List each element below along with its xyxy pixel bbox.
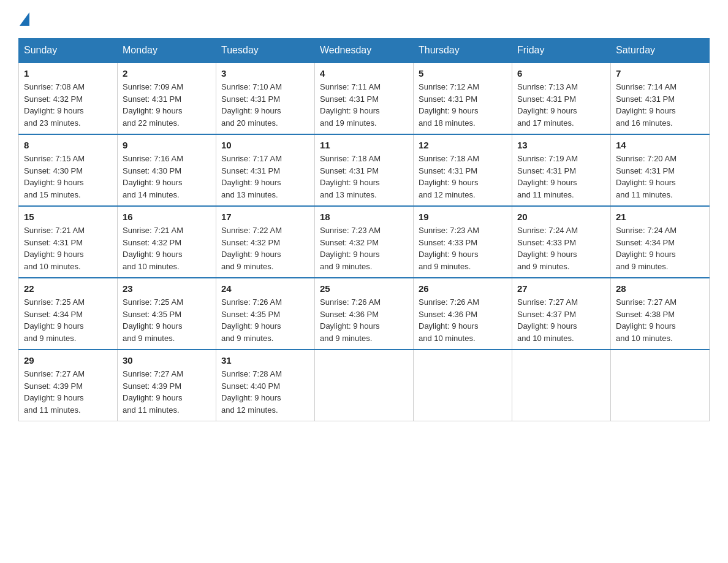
day-info: Sunrise: 7:10 AM Sunset: 4:31 PM Dayligh… (221, 81, 309, 129)
calendar-cell: 30 Sunrise: 7:27 AM Sunset: 4:39 PM Dayl… (118, 350, 216, 421)
day-info: Sunrise: 7:26 AM Sunset: 4:35 PM Dayligh… (221, 296, 309, 344)
calendar-cell: 4 Sunrise: 7:11 AM Sunset: 4:31 PM Dayli… (315, 63, 414, 134)
calendar-cell (414, 350, 512, 421)
calendar-cell: 28 Sunrise: 7:27 AM Sunset: 4:38 PM Dayl… (611, 278, 710, 350)
day-number: 11 (320, 140, 408, 150)
day-info: Sunrise: 7:21 AM Sunset: 4:31 PM Dayligh… (24, 224, 112, 272)
day-number: 3 (221, 68, 309, 79)
calendar-cell: 16 Sunrise: 7:21 AM Sunset: 4:32 PM Dayl… (118, 206, 216, 278)
calendar-cell: 20 Sunrise: 7:24 AM Sunset: 4:33 PM Dayl… (512, 206, 611, 278)
day-number: 15 (24, 212, 112, 222)
page-header (18, 12, 710, 26)
calendar-cell: 5 Sunrise: 7:12 AM Sunset: 4:31 PM Dayli… (414, 63, 512, 134)
day-number: 12 (419, 140, 507, 150)
calendar-cell: 18 Sunrise: 7:23 AM Sunset: 4:32 PM Dayl… (315, 206, 414, 278)
calendar-cell: 6 Sunrise: 7:13 AM Sunset: 4:31 PM Dayli… (512, 63, 611, 134)
day-info: Sunrise: 7:24 AM Sunset: 4:34 PM Dayligh… (616, 224, 704, 272)
day-number: 16 (123, 212, 211, 222)
column-header-saturday: Saturday (611, 39, 710, 63)
day-number: 30 (123, 355, 211, 366)
calendar-cell: 15 Sunrise: 7:21 AM Sunset: 4:31 PM Dayl… (19, 206, 118, 278)
day-info: Sunrise: 7:18 AM Sunset: 4:31 PM Dayligh… (419, 153, 507, 201)
day-number: 20 (517, 212, 605, 222)
calendar-cell: 2 Sunrise: 7:09 AM Sunset: 4:31 PM Dayli… (118, 63, 216, 134)
day-info: Sunrise: 7:16 AM Sunset: 4:30 PM Dayligh… (123, 153, 211, 201)
calendar-cell: 21 Sunrise: 7:24 AM Sunset: 4:34 PM Dayl… (611, 206, 710, 278)
day-number: 22 (24, 283, 112, 294)
day-number: 24 (221, 283, 309, 294)
day-info: Sunrise: 7:08 AM Sunset: 4:32 PM Dayligh… (24, 81, 112, 129)
day-number: 4 (320, 68, 408, 79)
day-info: Sunrise: 7:12 AM Sunset: 4:31 PM Dayligh… (419, 81, 507, 129)
day-info: Sunrise: 7:13 AM Sunset: 4:31 PM Dayligh… (517, 81, 605, 129)
calendar-cell: 24 Sunrise: 7:26 AM Sunset: 4:35 PM Dayl… (216, 278, 315, 350)
calendar-cell: 1 Sunrise: 7:08 AM Sunset: 4:32 PM Dayli… (19, 63, 118, 134)
column-header-thursday: Thursday (414, 39, 512, 63)
day-info: Sunrise: 7:18 AM Sunset: 4:31 PM Dayligh… (320, 153, 408, 201)
day-info: Sunrise: 7:27 AM Sunset: 4:39 PM Dayligh… (24, 368, 112, 416)
column-header-wednesday: Wednesday (315, 39, 414, 63)
calendar-week-row: 29 Sunrise: 7:27 AM Sunset: 4:39 PM Dayl… (19, 350, 710, 421)
calendar-cell (611, 350, 710, 421)
day-number: 10 (221, 140, 309, 150)
day-info: Sunrise: 7:19 AM Sunset: 4:31 PM Dayligh… (517, 153, 605, 201)
day-number: 14 (616, 140, 704, 150)
day-number: 21 (616, 212, 704, 222)
calendar-cell: 17 Sunrise: 7:22 AM Sunset: 4:32 PM Dayl… (216, 206, 315, 278)
day-number: 13 (517, 140, 605, 150)
day-number: 23 (123, 283, 211, 294)
day-info: Sunrise: 7:27 AM Sunset: 4:38 PM Dayligh… (616, 296, 704, 344)
day-info: Sunrise: 7:28 AM Sunset: 4:40 PM Dayligh… (221, 368, 309, 416)
day-number: 28 (616, 283, 704, 294)
calendar-cell: 9 Sunrise: 7:16 AM Sunset: 4:30 PM Dayli… (118, 134, 216, 206)
day-info: Sunrise: 7:27 AM Sunset: 4:39 PM Dayligh… (123, 368, 211, 416)
day-number: 17 (221, 212, 309, 222)
day-info: Sunrise: 7:09 AM Sunset: 4:31 PM Dayligh… (123, 81, 211, 129)
day-number: 6 (517, 68, 605, 79)
day-number: 25 (320, 283, 408, 294)
day-info: Sunrise: 7:23 AM Sunset: 4:32 PM Dayligh… (320, 224, 408, 272)
day-info: Sunrise: 7:11 AM Sunset: 4:31 PM Dayligh… (320, 81, 408, 129)
logo-triangle-icon (20, 12, 29, 26)
calendar-header-row: SundayMondayTuesdayWednesdayThursdayFrid… (19, 39, 710, 63)
day-number: 9 (123, 140, 211, 150)
calendar-week-row: 15 Sunrise: 7:21 AM Sunset: 4:31 PM Dayl… (19, 206, 710, 278)
calendar-cell: 12 Sunrise: 7:18 AM Sunset: 4:31 PM Dayl… (414, 134, 512, 206)
calendar-cell: 23 Sunrise: 7:25 AM Sunset: 4:35 PM Dayl… (118, 278, 216, 350)
calendar-cell: 22 Sunrise: 7:25 AM Sunset: 4:34 PM Dayl… (19, 278, 118, 350)
day-number: 19 (419, 212, 507, 222)
day-number: 8 (24, 140, 112, 150)
logo (18, 12, 31, 26)
column-header-sunday: Sunday (19, 39, 118, 63)
day-number: 7 (616, 68, 704, 79)
day-info: Sunrise: 7:15 AM Sunset: 4:30 PM Dayligh… (24, 153, 112, 201)
calendar-week-row: 8 Sunrise: 7:15 AM Sunset: 4:30 PM Dayli… (19, 134, 710, 206)
calendar-cell: 10 Sunrise: 7:17 AM Sunset: 4:31 PM Dayl… (216, 134, 315, 206)
calendar-cell: 3 Sunrise: 7:10 AM Sunset: 4:31 PM Dayli… (216, 63, 315, 134)
day-number: 2 (123, 68, 211, 79)
day-number: 5 (419, 68, 507, 79)
calendar-cell: 25 Sunrise: 7:26 AM Sunset: 4:36 PM Dayl… (315, 278, 414, 350)
day-number: 26 (419, 283, 507, 294)
day-number: 1 (24, 68, 112, 79)
calendar-week-row: 1 Sunrise: 7:08 AM Sunset: 4:32 PM Dayli… (19, 63, 710, 134)
calendar-week-row: 22 Sunrise: 7:25 AM Sunset: 4:34 PM Dayl… (19, 278, 710, 350)
calendar-cell: 29 Sunrise: 7:27 AM Sunset: 4:39 PM Dayl… (19, 350, 118, 421)
calendar-cell: 31 Sunrise: 7:28 AM Sunset: 4:40 PM Dayl… (216, 350, 315, 421)
calendar-cell: 19 Sunrise: 7:23 AM Sunset: 4:33 PM Dayl… (414, 206, 512, 278)
day-number: 31 (221, 355, 309, 366)
calendar-cell: 11 Sunrise: 7:18 AM Sunset: 4:31 PM Dayl… (315, 134, 414, 206)
day-info: Sunrise: 7:22 AM Sunset: 4:32 PM Dayligh… (221, 224, 309, 272)
column-header-friday: Friday (512, 39, 611, 63)
calendar-cell: 27 Sunrise: 7:27 AM Sunset: 4:37 PM Dayl… (512, 278, 611, 350)
calendar-table: SundayMondayTuesdayWednesdayThursdayFrid… (18, 38, 710, 421)
day-info: Sunrise: 7:23 AM Sunset: 4:33 PM Dayligh… (419, 224, 507, 272)
day-number: 29 (24, 355, 112, 366)
day-number: 27 (517, 283, 605, 294)
day-info: Sunrise: 7:25 AM Sunset: 4:34 PM Dayligh… (24, 296, 112, 344)
day-info: Sunrise: 7:21 AM Sunset: 4:32 PM Dayligh… (123, 224, 211, 272)
calendar-cell (315, 350, 414, 421)
day-info: Sunrise: 7:26 AM Sunset: 4:36 PM Dayligh… (419, 296, 507, 344)
day-info: Sunrise: 7:27 AM Sunset: 4:37 PM Dayligh… (517, 296, 605, 344)
calendar-cell: 8 Sunrise: 7:15 AM Sunset: 4:30 PM Dayli… (19, 134, 118, 206)
